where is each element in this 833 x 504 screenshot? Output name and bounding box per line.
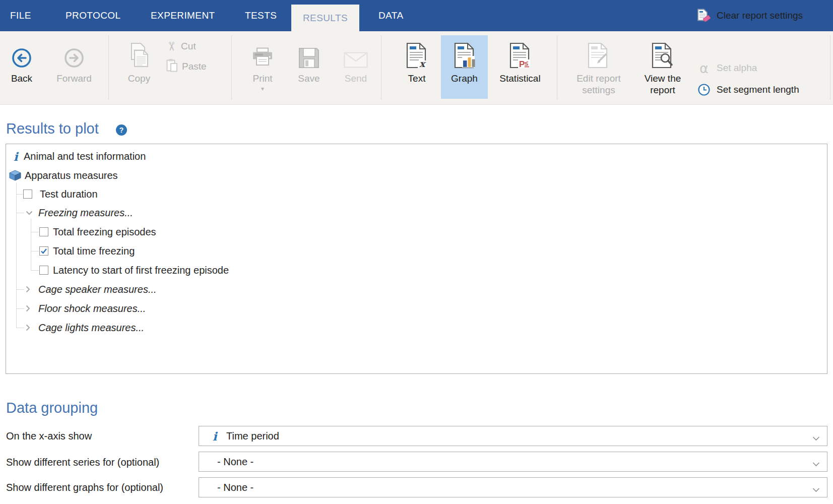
tab-results[interactable]: RESULTS <box>291 5 359 31</box>
view-report-button[interactable]: View thereport <box>640 35 685 99</box>
svg-text:≤: ≤ <box>525 59 528 67</box>
series-for-dropdown[interactable]: - None - <box>199 452 827 472</box>
tree-item-latency-first-freezing[interactable]: Latency to start of first freezing episo… <box>6 261 826 280</box>
statistical-report-label: Statistical <box>499 73 540 84</box>
forward-label: Forward <box>56 73 92 84</box>
data-grouping-title: Data grouping <box>6 400 98 416</box>
text-report-button[interactable]: x Text <box>395 35 438 99</box>
tree-group-cage-speaker-measures[interactable]: Cage speaker measures... <box>6 280 826 299</box>
tab-protocol[interactable]: PROTOCOL <box>66 0 120 31</box>
chevron-right-icon[interactable] <box>26 324 30 331</box>
ribbon-toolbar: Back Forward <box>0 31 833 105</box>
tree-item-test-duration[interactable]: Test duration <box>6 184 826 204</box>
edit-report-settings-label: Edit reportsettings <box>576 73 621 96</box>
series-for-label: Show different series for (optional) <box>6 456 159 469</box>
tree-item-apparatus-measures[interactable]: Apparatus measures <box>6 166 826 185</box>
copy-label: Copy <box>128 73 150 84</box>
tab-experiment[interactable]: EXPERIMENT <box>151 0 215 31</box>
ribbon-separator <box>557 35 557 100</box>
cut-button: ✂ Cut <box>166 36 196 56</box>
chevron-down-icon <box>812 434 820 443</box>
info-icon: i <box>209 430 220 442</box>
print-button: Print ▾ <box>241 35 284 99</box>
app-window: { "icons": {"info": "i", "help": "?", "c… <box>0 0 833 504</box>
series-for-dropdown-value: - None - <box>217 456 253 468</box>
view-report-label: View thereport <box>645 73 681 96</box>
send-label: Send <box>345 73 367 84</box>
graph-report-button[interactable]: Graph <box>441 35 488 99</box>
back-icon <box>11 35 32 69</box>
tab-file[interactable]: FILE <box>10 0 31 31</box>
x-axis-dropdown-value: Time period <box>226 430 279 442</box>
chevron-down-icon <box>812 485 820 494</box>
set-alpha-button: α Set alpha <box>696 60 757 76</box>
graphs-for-label: Show different graphs for (optional) <box>6 481 163 494</box>
tree-group-freezing-measures[interactable]: Freezing measures... <box>6 203 826 222</box>
x-axis-dropdown[interactable]: i Time period <box>199 426 827 446</box>
back-button[interactable]: Back <box>0 35 43 99</box>
statistical-report-button[interactable]: P ≤ Statistical <box>498 35 542 99</box>
clock-icon <box>696 83 712 96</box>
view-report-icon <box>651 35 674 69</box>
ribbon-separator <box>231 35 232 100</box>
graphs-for-dropdown-value: - None - <box>217 482 253 493</box>
edit-report-settings-button: Edit reportsettings <box>574 35 623 99</box>
copy-icon <box>127 35 151 69</box>
cut-label: Cut <box>181 41 196 52</box>
copy-button: Copy <box>117 35 161 99</box>
graphs-for-dropdown[interactable]: - None - <box>199 477 827 497</box>
save-label: Save <box>298 73 319 84</box>
alpha-icon: α <box>696 61 712 75</box>
paste-icon <box>166 58 177 75</box>
total-time-freezing-checkbox[interactable] <box>39 246 48 256</box>
clear-report-settings-label: Clear report settings <box>717 10 803 21</box>
graph-report-icon <box>454 35 476 69</box>
tree-group-floor-shock-measures[interactable]: Floor shock measures... <box>6 299 826 318</box>
cut-icon: ✂ <box>165 41 177 51</box>
tree-item-total-freezing-episodes[interactable]: Total freezing episodes <box>6 222 826 241</box>
svg-text:P: P <box>519 59 525 69</box>
edit-report-settings-icon <box>587 35 610 69</box>
chevron-right-icon[interactable] <box>26 286 30 293</box>
latency-first-freezing-checkbox[interactable] <box>39 266 48 275</box>
save-icon <box>298 35 319 69</box>
results-to-plot-title: Results to plot <box>6 120 99 137</box>
results-tree-panel: i Animal and test information Apparatus … <box>6 144 827 374</box>
ribbon-separator <box>108 35 109 100</box>
x-axis-show-label: On the x-axis show <box>6 429 92 443</box>
print-icon <box>251 35 274 69</box>
help-icon[interactable]: ? <box>116 124 127 136</box>
ribbon-separator <box>830 35 830 100</box>
paste-button: Paste <box>166 56 207 77</box>
set-alpha-label: Set alpha <box>717 62 757 74</box>
save-button: Save <box>287 35 331 99</box>
chevron-down-icon <box>812 460 820 469</box>
tab-tests[interactable]: TESTS <box>245 0 277 31</box>
send-button: Send <box>334 35 377 99</box>
total-freezing-episodes-checkbox[interactable] <box>39 227 48 236</box>
forward-icon <box>63 35 85 69</box>
text-report-icon: x <box>406 35 428 69</box>
chevron-down-icon[interactable] <box>26 211 33 215</box>
print-label: Print <box>252 73 272 84</box>
set-segment-length-button[interactable]: Set segment length <box>696 82 799 97</box>
test-duration-checkbox[interactable] <box>23 190 32 199</box>
forward-button: Forward <box>52 35 96 99</box>
paste-label: Paste <box>182 61 207 72</box>
back-label: Back <box>11 73 32 84</box>
send-icon <box>344 35 368 69</box>
set-segment-length-label: Set segment length <box>717 84 799 95</box>
statistical-report-icon: P ≤ <box>509 35 531 69</box>
graph-report-label: Graph <box>451 73 478 84</box>
tree-item-animal-test-information[interactable]: i Animal and test information <box>6 147 826 166</box>
text-report-label: Text <box>408 73 426 84</box>
tab-data[interactable]: DATA <box>378 0 403 31</box>
ribbon-separator <box>381 35 381 100</box>
clear-report-settings-button[interactable]: Clear report settings <box>696 8 803 23</box>
tree-item-total-time-freezing[interactable]: Total time freezing <box>6 241 826 261</box>
info-icon: i <box>10 151 21 162</box>
chevron-right-icon[interactable] <box>26 305 30 312</box>
clear-report-settings-icon <box>696 9 712 23</box>
cube-icon <box>9 170 21 181</box>
tree-group-cage-lights-measures[interactable]: Cage lights measures... <box>6 318 826 337</box>
